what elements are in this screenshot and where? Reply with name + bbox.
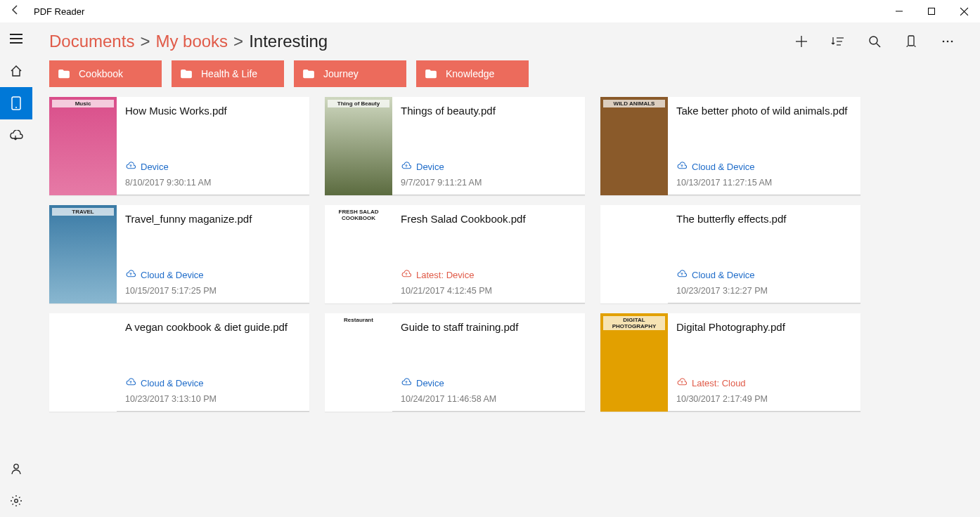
file-timestamp: 10/23/2017 3:13:10 PM [125, 394, 304, 407]
file-name: Guide to staff training.pdf [401, 320, 579, 334]
file-name: Take better photo of wild animals.pdf [676, 104, 855, 118]
file-storage-label: Cloud & Device [141, 270, 204, 280]
file-card[interactable]: RestaurantGuide to staff training.pdfDev… [325, 313, 585, 412]
file-name: Fresh Salad Cookbook.pdf [401, 212, 579, 226]
file-thumbnail: DIGITAL PHOTOGRAPHY [600, 313, 668, 412]
file-card[interactable]: FRESH SALAD COOKBOOKFresh Salad Cookbook… [325, 205, 585, 303]
file-storage: Device [401, 162, 579, 172]
cloud-icon [125, 378, 136, 388]
file-timestamp: 10/24/2017 11:46:58 AM [401, 394, 579, 407]
cloud-icon [125, 162, 136, 172]
file-storage: Cloud & Device [676, 270, 855, 280]
file-name: Travel_funny maganize.pdf [125, 212, 304, 226]
svg-rect-1 [929, 8, 935, 15]
folder-cookbook[interactable]: Cookbook [49, 60, 162, 87]
cloud-icon [125, 270, 136, 280]
svg-point-21 [951, 41, 953, 43]
file-storage-label: Latest: Device [416, 270, 474, 280]
device-tab-button[interactable] [0, 87, 32, 119]
breadcrumb-current: Interesting [249, 32, 328, 51]
svg-rect-18 [908, 36, 914, 46]
breadcrumb-sep: > [140, 32, 150, 51]
rotate-device-button[interactable] [893, 25, 929, 58]
file-card[interactable]: Thing of BeautyThings of beauty.pdfDevic… [325, 97, 585, 195]
folder-health-life[interactable]: Health & Life [172, 60, 284, 87]
file-card[interactable]: MusicHow Music Works.pdfDevice8/10/2017 … [49, 97, 309, 195]
svg-line-17 [877, 44, 880, 47]
file-thumbnail: FRESH SALAD COOKBOOK [325, 205, 392, 303]
folder-label: Journey [323, 68, 359, 79]
titlebar: PDF Reader [0, 0, 980, 22]
cloud-tab-button[interactable] [0, 119, 32, 152]
file-thumbnail [600, 205, 668, 303]
file-timestamp: 10/15/2017 5:17:25 PM [125, 286, 304, 299]
file-thumbnail: Restaurant [325, 313, 392, 412]
sort-button[interactable] [820, 25, 856, 58]
file-storage: Cloud & Device [125, 378, 304, 388]
app-title: PDF Reader [31, 6, 84, 17]
folder-icon [180, 69, 193, 79]
breadcrumb: Documents > My books > Interesting [49, 32, 328, 51]
more-button[interactable] [929, 25, 966, 58]
file-storage: Latest: Cloud [676, 378, 855, 388]
svg-point-16 [870, 37, 877, 44]
file-card[interactable]: WILD ANIMALSTake better photo of wild an… [600, 97, 860, 195]
file-timestamp: 10/21/2017 4:12:45 PM [401, 286, 579, 299]
settings-button[interactable] [0, 485, 32, 517]
file-name: A vegan cookbook & diet guide.pdf [125, 320, 304, 334]
window-close-button[interactable] [948, 0, 980, 22]
file-name: Digital Photography.pdf [676, 320, 855, 334]
file-name: Things of beauty.pdf [401, 104, 579, 118]
window-minimize-button[interactable] [883, 0, 915, 22]
file-card[interactable]: The butterfly effects.pdfCloud & Device1… [600, 205, 860, 303]
file-storage-label: Device [416, 162, 444, 172]
home-button[interactable] [0, 55, 32, 87]
cloud-icon [676, 270, 688, 280]
file-thumbnail: Music [49, 97, 117, 195]
folder-icon [302, 69, 315, 79]
file-card[interactable]: TRAVELTravel_funny maganize.pdfCloud & D… [49, 205, 309, 303]
file-timestamp: 10/23/2017 3:12:27 PM [676, 286, 855, 299]
folder-journey[interactable]: Journey [294, 60, 406, 87]
cloud-icon [676, 162, 688, 172]
svg-point-19 [943, 41, 945, 43]
file-timestamp: 10/30/2017 2:17:49 PM [676, 394, 855, 407]
cloud-icon [401, 378, 412, 388]
account-button[interactable] [0, 452, 32, 485]
file-name: How Music Works.pdf [125, 104, 304, 118]
window-maximize-button[interactable] [915, 0, 948, 22]
file-storage: Cloud & Device [676, 162, 855, 172]
breadcrumb-documents[interactable]: Documents [49, 32, 134, 51]
file-timestamp: 9/7/2017 9:11:21 AM [401, 178, 579, 190]
file-thumbnail: TRAVEL [49, 205, 117, 303]
file-storage: Cloud & Device [125, 270, 304, 280]
svg-point-8 [15, 107, 17, 108]
file-timestamp: 10/13/2017 11:27:15 AM [676, 178, 855, 190]
file-storage: Device [401, 378, 579, 388]
back-button[interactable] [0, 4, 31, 18]
svg-point-9 [14, 464, 18, 469]
file-thumbnail [49, 313, 117, 412]
folder-knowledge[interactable]: Knowledge [416, 60, 529, 87]
search-button[interactable] [856, 25, 893, 58]
file-card[interactable]: A vegan cookbook & diet guide.pdfCloud &… [49, 313, 309, 412]
hamburger-menu-button[interactable] [0, 22, 32, 55]
cloud-icon [676, 378, 688, 388]
folder-label: Cookbook [79, 68, 123, 79]
file-storage-label: Cloud & Device [692, 270, 755, 280]
svg-point-10 [15, 499, 18, 503]
file-timestamp: 8/10/2017 9:30:11 AM [125, 178, 304, 190]
breadcrumb-sep: > [233, 32, 243, 51]
file-thumbnail: Thing of Beauty [325, 97, 392, 195]
folder-icon [58, 69, 70, 79]
file-storage: Device [125, 162, 304, 172]
file-name: The butterfly effects.pdf [676, 212, 855, 226]
folder-label: Health & Life [201, 68, 257, 79]
cloud-icon [401, 162, 412, 172]
file-storage-label: Latest: Cloud [692, 378, 746, 388]
add-button[interactable] [783, 25, 820, 58]
file-storage-label: Device [416, 378, 444, 388]
file-card[interactable]: DIGITAL PHOTOGRAPHYDigital Photography.p… [600, 313, 860, 412]
breadcrumb-mybooks[interactable]: My books [155, 32, 228, 51]
file-storage-label: Cloud & Device [692, 162, 755, 172]
